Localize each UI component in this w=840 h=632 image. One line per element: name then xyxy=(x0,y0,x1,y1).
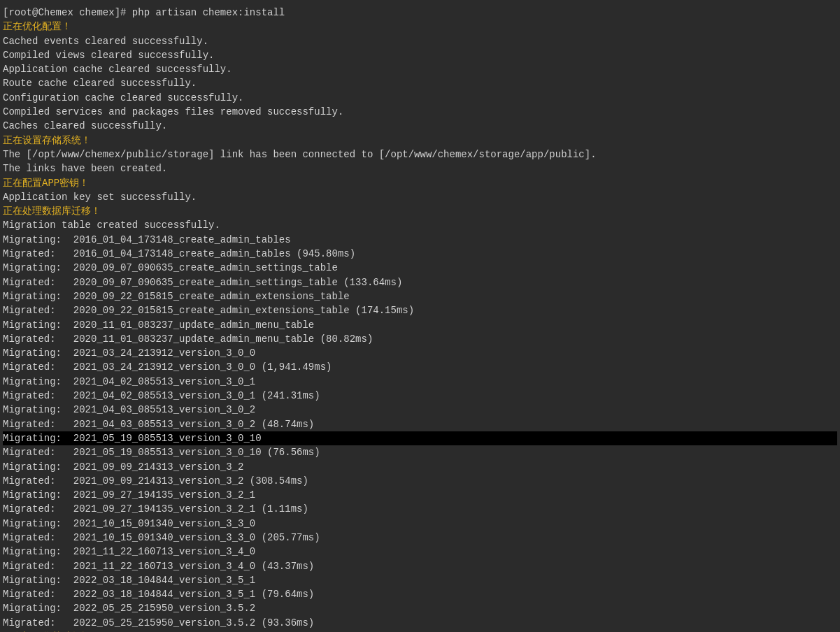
terminal-line: Migrated: 2021_11_22_160713_version_3_4_… xyxy=(3,559,837,573)
terminal-line: Migrated: 2022_05_25_215950_version_3.5.… xyxy=(3,616,837,630)
terminal-line: Route cache cleared successfully. xyxy=(3,76,837,90)
terminal-line: 正在设置存储系统！ xyxy=(3,134,837,148)
terminal-line: Migrating: 2021_04_02_085513_version_3_0… xyxy=(3,375,837,389)
terminal-line: The [/opt/www/chemex/public/storage] lin… xyxy=(3,148,837,161)
terminal-line: Migrating: 2020_11_01_083237_update_admi… xyxy=(3,318,837,332)
terminal-line: Migrating: 2021_04_03_085513_version_3_0… xyxy=(3,403,837,417)
terminal-line: The links have been created. xyxy=(3,161,837,175)
terminal-line: 正在配置APP密钥！ xyxy=(3,176,837,190)
terminal-line: Migrated: 2021_04_02_085513_version_3_0_… xyxy=(3,389,837,403)
terminal-line: Configuration cache cleared successfully… xyxy=(3,91,837,105)
terminal-line: Migrating: 2021_11_22_160713_version_3_4… xyxy=(3,545,837,559)
terminal-line: Migrated: 2021_05_19_085513_version_3_0_… xyxy=(3,445,837,459)
terminal-line: Migrating: 2021_03_24_213912_version_3_0… xyxy=(3,346,837,360)
terminal-line: Migrating: 2020_09_22_015815_create_admi… xyxy=(3,289,837,303)
terminal-line: Migrated: 2021_03_24_213912_version_3_0_… xyxy=(3,360,837,374)
terminal-line: Application key set successfully. xyxy=(3,190,837,204)
terminal-line: Migrated: 2020_11_01_083237_update_admin… xyxy=(3,332,837,346)
terminal-line: Migrated: 2022_03_18_104844_version_3_5_… xyxy=(3,587,837,601)
terminal-line: Migrated: 2021_09_09_214313_version_3_2 … xyxy=(3,474,837,488)
terminal-line: Compiled views cleared successfully. xyxy=(3,48,837,62)
terminal-window: [root@Chemex chemex]# php artisan chemex… xyxy=(0,0,840,632)
terminal-line: Application cache cleared successfully. xyxy=(3,62,837,76)
terminal-line: Migrated: 2016_01_04_173148_create_admin… xyxy=(3,247,837,261)
terminal-line: Migrating: 2021_05_19_085513_version_3_0… xyxy=(3,431,837,445)
terminal-line: Migrating: 2016_01_04_173148_create_admi… xyxy=(3,233,837,247)
terminal-line: Migration table created successfully. xyxy=(3,218,837,232)
terminal-line: Cached events cleared successfully. xyxy=(3,34,837,48)
terminal-line: Migrated: 2021_04_03_085513_version_3_0_… xyxy=(3,417,837,431)
terminal-line: Migrated: 2020_09_07_090635_create_admin… xyxy=(3,275,837,289)
terminal-line: Migrated: 2021_10_15_091340_version_3_3_… xyxy=(3,531,837,545)
terminal-line: Migrating: 2022_03_18_104844_version_3_5… xyxy=(3,573,837,587)
terminal-line: Migrating: 2021_09_27_194135_version_3_2… xyxy=(3,488,837,502)
terminal-line: Caches cleared successfully. xyxy=(3,119,837,133)
terminal-line: Migrating: 2021_09_09_214313_version_3_2 xyxy=(3,460,837,474)
terminal-line: Compiled services and packages files rem… xyxy=(3,105,837,119)
terminal-line: Migrated: 2020_09_22_015815_create_admin… xyxy=(3,303,837,317)
terminal-line: [root@Chemex chemex]# php artisan chemex… xyxy=(3,6,837,20)
terminal-line: Migrated: 2021_09_27_194135_version_3_2_… xyxy=(3,502,837,516)
terminal-line: Migrating: 2022_05_25_215950_version_3.5… xyxy=(3,601,837,615)
terminal-line: Migrating: 2020_09_07_090635_create_admi… xyxy=(3,261,837,275)
terminal-line: 正在处理数据库迁移！ xyxy=(3,204,837,218)
terminal-line: 正在优化配置！ xyxy=(3,20,837,34)
terminal-line: Migrating: 2021_10_15_091340_version_3_3… xyxy=(3,517,837,531)
